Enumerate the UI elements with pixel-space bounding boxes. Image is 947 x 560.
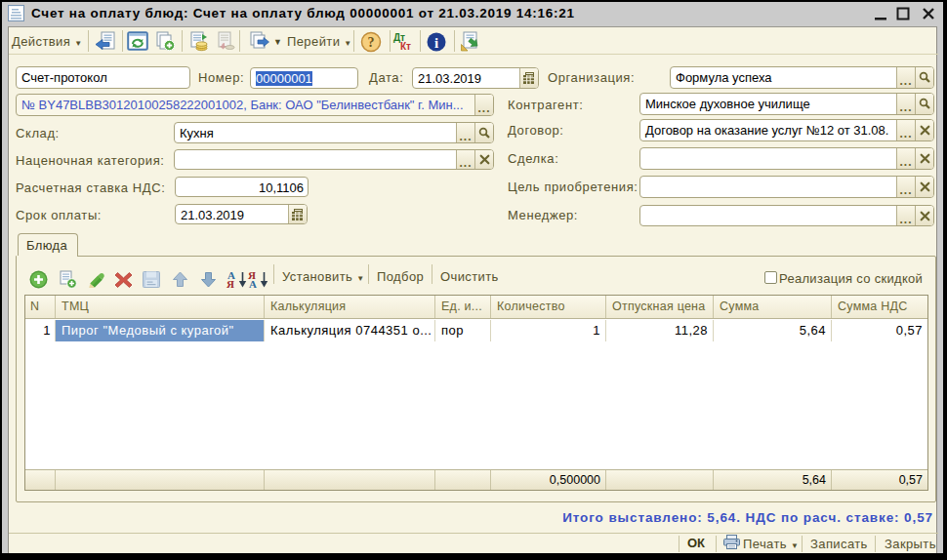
svg-text:i: i xyxy=(434,35,438,51)
svg-text:?: ? xyxy=(368,35,375,50)
